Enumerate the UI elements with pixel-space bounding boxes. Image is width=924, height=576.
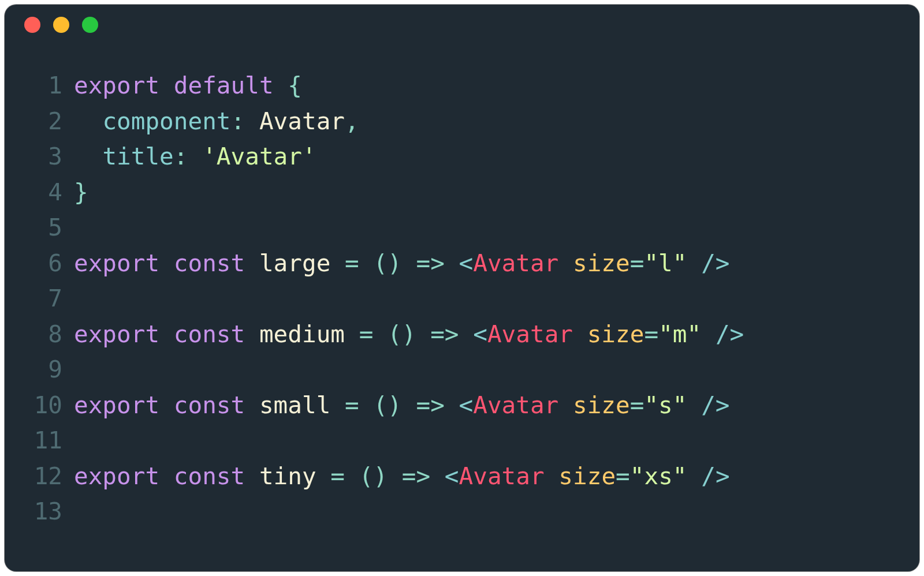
code-content [74,352,919,388]
keyword-export: export [74,320,159,348]
code-line: 8 export const medium = () => <Avatar si… [5,317,919,353]
code-content: export default { [74,68,919,104]
code-content: export const small = () => <Avatar size=… [74,388,919,424]
code-line: 11 [5,423,919,459]
equals: = [630,249,644,277]
jsx-tag: Avatar [459,462,545,490]
code-content: export const medium = () => <Avatar size… [74,317,919,353]
jsx-open-angle: < [459,391,474,419]
identifier: tiny [259,462,316,490]
keyword-default: default [174,72,274,99]
keyword-export: export [74,462,159,490]
parens: () [373,391,401,419]
object-key: component [102,107,230,135]
equals: = [630,391,644,419]
equals: = [616,462,630,490]
keyword-const: const [174,249,245,277]
indent [74,143,102,170]
brace-open: { [288,72,302,99]
colon: : [174,143,188,170]
equals: = [330,462,345,490]
parens: () [359,462,388,490]
identifier: medium [259,320,345,348]
jsx-tag: Avatar [487,320,573,348]
indent [74,107,102,135]
code-area[interactable]: 1 export default { 2 component: Avatar, … [5,45,919,530]
jsx-attr: size [558,462,616,490]
line-number: 9 [5,352,74,388]
code-line: 10 export const small = () => <Avatar si… [5,388,919,424]
code-content: export const tiny = () => <Avatar size="… [74,459,919,495]
keyword-export: export [74,391,159,419]
parens: () [388,320,416,348]
titlebar [5,5,919,45]
jsx-attr: size [573,391,630,419]
arrow: => [430,320,459,348]
code-content: component: Avatar, [74,104,919,140]
equals: = [345,391,359,419]
arrow: => [416,249,444,277]
object-key: title [102,143,173,170]
code-content [74,423,919,459]
equals: = [359,320,374,348]
zoom-icon[interactable] [82,17,98,33]
code-line: 5 [5,210,919,246]
identifier: small [259,391,330,419]
identifier: Avatar [259,107,345,135]
jsx-open-angle: < [473,320,487,348]
jsx-close: /> [701,249,729,277]
code-line: 1 export default { [5,68,919,104]
line-number: 12 [5,459,74,495]
string-literal: "s" [644,391,687,419]
line-number: 6 [5,246,74,282]
identifier: large [259,249,330,277]
code-line: 4 } [5,175,919,211]
code-line: 12 export const tiny = () => <Avatar siz… [5,459,919,495]
code-content: title: 'Avatar' [74,139,919,175]
code-line: 13 [5,494,919,530]
code-line: 3 title: 'Avatar' [5,139,919,175]
jsx-close: /> [701,462,729,490]
parens: () [373,249,401,277]
colon: : [231,107,245,135]
code-content: } [74,175,919,211]
code-line: 6 export const large = () => <Avatar siz… [5,246,919,282]
arrow: => [416,391,444,419]
brace-close: } [74,178,88,206]
line-number: 10 [5,388,74,424]
code-window: 1 export default { 2 component: Avatar, … [5,5,919,571]
jsx-attr: size [573,249,630,277]
code-content [74,281,919,317]
line-number: 11 [5,423,74,459]
jsx-tag: Avatar [473,249,558,277]
line-number: 4 [5,175,74,211]
line-number: 13 [5,494,74,530]
line-number: 1 [5,68,74,104]
code-line: 9 [5,352,919,388]
jsx-open-angle: < [445,462,459,490]
code-line: 7 [5,281,919,317]
equals: = [644,320,658,348]
code-line: 2 component: Avatar, [5,104,919,140]
line-number: 8 [5,317,74,353]
close-icon[interactable] [24,17,40,33]
string-literal: "m" [658,320,701,348]
line-number: 5 [5,210,74,246]
line-number: 7 [5,281,74,317]
code-content [74,210,919,246]
string-literal: "l" [644,249,687,277]
code-content [74,494,919,530]
jsx-attr: size [587,320,644,348]
equals: = [345,249,359,277]
keyword-export: export [74,72,159,99]
line-number: 3 [5,139,74,175]
code-content: export const large = () => <Avatar size=… [74,246,919,282]
jsx-tag: Avatar [473,391,558,419]
keyword-const: const [174,320,245,348]
jsx-open-angle: < [459,249,474,277]
jsx-close: /> [716,320,744,348]
keyword-export: export [74,249,159,277]
minimize-icon[interactable] [53,17,69,33]
string-literal: "xs" [630,462,687,490]
keyword-const: const [174,462,245,490]
